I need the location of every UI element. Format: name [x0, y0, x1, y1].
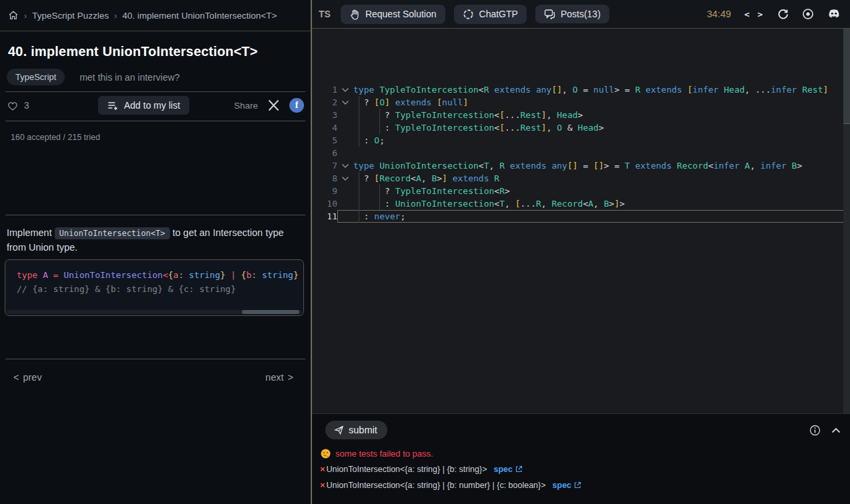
- editor-panel: TS Request Solution ChatGTP: [312, 0, 850, 504]
- divider: [5, 91, 305, 92]
- refresh-icon: [777, 9, 789, 20]
- posts-label: Posts(13): [561, 9, 601, 19]
- external-link-icon: [574, 481, 581, 489]
- failed-test-row: × UnionToIntersection<{a: string} | {b: …: [320, 464, 523, 474]
- description-text: Implement: [7, 227, 55, 238]
- code-line[interactable]: 2 ? [O] extends [null]: [312, 96, 850, 109]
- submit-button[interactable]: submit: [325, 421, 387, 439]
- line-number: 4: [312, 121, 337, 134]
- example-scrollbar-thumb[interactable]: [242, 310, 299, 314]
- fold-chevron-icon[interactable]: [337, 96, 353, 109]
- line-number: 7: [312, 159, 337, 172]
- line-number: 8: [312, 172, 337, 185]
- line-number: 2: [312, 96, 337, 109]
- failed-test-label: UnionToIntersection<{a: string} | {b: st…: [327, 465, 487, 474]
- chatgtp-button[interactable]: ChatGTP: [454, 5, 527, 24]
- next-label: next: [265, 372, 283, 383]
- record-icon: [802, 8, 814, 20]
- code-line[interactable]: 9 ? TypleToIntercestion<R>: [312, 185, 850, 197]
- failed-test-label: UnionToIntersection<{a: string} | {b: nu…: [327, 481, 546, 490]
- fold-gutter: [337, 147, 353, 159]
- submit-label: submit: [349, 425, 377, 435]
- discord-icon: [827, 9, 841, 19]
- example-code-block: type A = UnionToIntersection<{a: string}…: [5, 259, 304, 316]
- code-line[interactable]: 7type UnionToIntersection<T, R extends a…: [312, 159, 850, 172]
- add-to-list-button[interactable]: Add to my list: [98, 96, 189, 115]
- puzzle-panel: › TypeScript Puzzles › 40. implement Uni…: [0, 0, 311, 504]
- prev-arrow-icon: <: [13, 372, 19, 383]
- code-line[interactable]: 10 : UnionToIntersection<T, [...R, Recor…: [312, 197, 850, 210]
- playlist-add-icon: [107, 101, 119, 111]
- prev-label: prev: [23, 372, 41, 383]
- editor-toolbar: TS Request Solution ChatGTP: [312, 0, 850, 29]
- info-button[interactable]: [809, 425, 821, 436]
- share-label: Share: [234, 101, 258, 111]
- fold-chevron-icon[interactable]: [337, 172, 353, 185]
- code-line[interactable]: 8 ? [Record<A, B>] extends R: [312, 172, 850, 185]
- prev-button[interactable]: < prev: [13, 372, 42, 383]
- record-button[interactable]: [802, 8, 814, 20]
- like-count: 3: [24, 100, 29, 111]
- reset-button[interactable]: [777, 9, 789, 20]
- line-number: 9: [312, 185, 337, 197]
- page-title: 40. implement UnionToIntersection<T>: [8, 44, 258, 59]
- code-line[interactable]: 1type TypleToIntercestion<R extends any[…: [312, 83, 850, 96]
- code-brackets-icon: < >: [745, 9, 764, 19]
- fold-chevron-icon[interactable]: [337, 83, 353, 96]
- acceptance-stats: 160 accepted / 215 tried: [11, 133, 100, 142]
- openai-icon: [463, 9, 474, 20]
- code-line[interactable]: 3 ? TypleToIntercestion<[...Rest], Head>: [312, 109, 850, 121]
- home-icon[interactable]: [8, 10, 19, 21]
- test-status-message: some tests failed to pass.: [335, 449, 433, 459]
- editor-scrollbar: [843, 29, 850, 413]
- fold-chevron-icon[interactable]: [337, 159, 353, 172]
- chatgtp-label: ChatGTP: [479, 9, 518, 19]
- thinking-emoji-icon: [321, 449, 331, 459]
- fold-gutter: [337, 109, 353, 121]
- code-editor[interactable]: 1type TypleToIntercestion<R extends any[…: [312, 29, 850, 413]
- code-view-button[interactable]: < >: [745, 9, 764, 19]
- line-number: 5: [312, 134, 337, 147]
- fail-x-icon: ×: [320, 480, 325, 490]
- failed-test-row: × UnionToIntersection<{a: string} | {b: …: [320, 480, 581, 490]
- line-number: 6: [312, 147, 337, 159]
- discord-button[interactable]: [827, 9, 841, 19]
- posts-button[interactable]: Posts(13): [535, 5, 609, 23]
- breadcrumb-item-puzzles[interactable]: TypeScript Puzzles: [32, 11, 109, 21]
- panel-resize-handle[interactable]: [311, 0, 312, 504]
- external-link-icon: [515, 465, 523, 473]
- collapse-panel-button[interactable]: [831, 427, 841, 433]
- timer: 34:49: [707, 9, 731, 19]
- breadcrumb-item-current: 40. implement UnionToIntersection<T>: [122, 11, 277, 21]
- code-line[interactable]: 4 : TypleToIntercestion<[...Rest], O & H…: [312, 121, 850, 134]
- editor-scrollbar-thumb[interactable]: [843, 29, 850, 124]
- raised-hand-icon: [349, 9, 360, 20]
- results-panel: submit: [312, 413, 850, 504]
- divider: [5, 359, 305, 359]
- next-button[interactable]: next >: [265, 372, 293, 383]
- spec-link[interactable]: spec: [553, 481, 582, 490]
- next-arrow-icon: >: [288, 372, 293, 383]
- request-solution-button[interactable]: Request Solution: [341, 5, 445, 24]
- code-line[interactable]: 5 : O;: [312, 134, 850, 147]
- language-badge: TypeScript: [7, 69, 65, 85]
- request-solution-label: Request Solution: [365, 9, 437, 19]
- x-twitter-icon[interactable]: [267, 99, 280, 111]
- facebook-icon[interactable]: f: [289, 98, 304, 113]
- example-code: type A = UnionToIntersection<{a: string}…: [5, 260, 303, 296]
- send-icon: [333, 425, 344, 435]
- interview-link[interactable]: met this in an interview?: [79, 72, 179, 83]
- breadcrumb-separator: ›: [24, 11, 27, 21]
- code-line[interactable]: 6: [312, 147, 850, 159]
- info-icon: [809, 425, 821, 436]
- code-line[interactable]: 11 : never;: [312, 210, 850, 223]
- add-to-list-label: Add to my list: [124, 100, 180, 111]
- spec-link-label: spec: [553, 481, 572, 490]
- like-button[interactable]: 3: [7, 100, 29, 111]
- spec-link[interactable]: spec: [494, 465, 523, 474]
- heart-icon: [7, 100, 19, 111]
- ts-logo: TS: [319, 9, 331, 19]
- line-number: 11: [312, 210, 337, 223]
- puzzle-description: Implement UnionToIntersection<T> to get …: [7, 226, 305, 255]
- breadcrumb: › TypeScript Puzzles › 40. implement Uni…: [0, 0, 311, 31]
